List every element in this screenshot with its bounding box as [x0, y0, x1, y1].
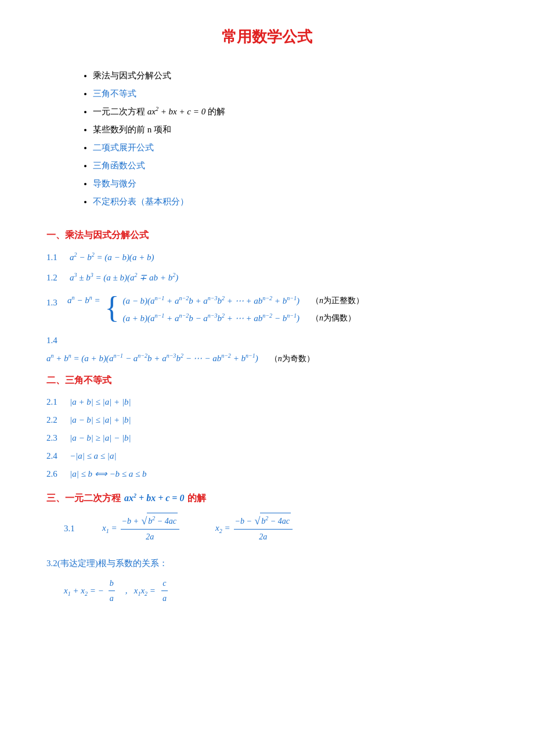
- section-3-title: 三、一元二次方程 ax2 + bx + c = 0 的解: [46, 490, 488, 507]
- formula-3-2-label: 3.2(韦达定理)根与系数的关系：: [46, 556, 488, 571]
- formula-3-1: 3.1 x1 = −b + √ b2 − 4ac 2a x2 = −b − √ …: [64, 513, 488, 544]
- formula-1-4: an + bn = (a + b)(an−1 − an−2b + an−3b2 …: [46, 351, 488, 366]
- toc-item-4: 某些数列的前 n 项和: [93, 122, 488, 138]
- toc-item-1: 乘法与因式分解公式: [93, 68, 488, 84]
- toc-item-3: 一元二次方程 ax2 + bx + c = 0 的解: [93, 104, 488, 120]
- formula-3-2: x1 + x2 = − b a , x1x2 = c a: [64, 576, 488, 606]
- section-1-title: 一、乘法与因式分解公式: [46, 227, 488, 244]
- formula-1-2: 1.2 a3 ± b3 = (a ± b)(a2 ∓ ab + b2): [46, 270, 488, 286]
- formula-1-1: 1.1 a2 − b2 = (a − b)(a + b): [46, 250, 488, 265]
- toc-item-6[interactable]: 三角函数公式: [93, 158, 488, 174]
- formula-2-2: 2.2 |a − b| ≤ |a| + |b|: [46, 412, 488, 428]
- formula-2-1: 2.1 |a + b| ≤ |a| + |b|: [46, 394, 488, 410]
- formula-2-6: 2.6 |a| ≤ b ⟺ −b ≤ a ≤ b: [46, 466, 488, 482]
- section-2-title: 二、三角不等式: [46, 372, 488, 389]
- toc-item-2[interactable]: 三角不等式: [93, 86, 488, 102]
- formula-2-3: 2.3 |a − b| ≥ |a| − |b|: [46, 430, 488, 446]
- toc-item-7[interactable]: 导数与微分: [93, 176, 488, 192]
- formula-2-4: 2.4 −|a| ≤ a ≤ |a|: [46, 448, 488, 464]
- formula-1-3: 1.3 an − bn = { (a − b)(an−1 + an−2b + a…: [46, 293, 488, 327]
- page-title: 常用数学公式: [46, 23, 488, 51]
- table-of-contents: 乘法与因式分解公式 三角不等式 一元二次方程 ax2 + bx + c = 0 …: [81, 68, 488, 210]
- formula-1-4-label: 1.4: [46, 333, 488, 348]
- toc-item-5[interactable]: 二项式展开公式: [93, 140, 488, 156]
- toc-item-8[interactable]: 不定积分表（基本积分）: [93, 194, 488, 210]
